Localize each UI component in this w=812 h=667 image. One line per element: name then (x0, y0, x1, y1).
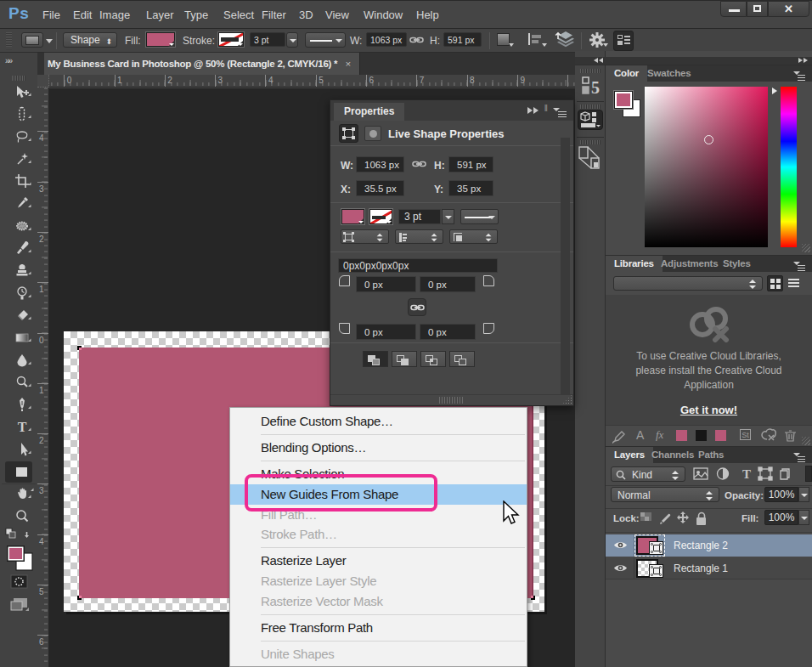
svg-text:T: T (742, 467, 751, 481)
svg-text:T: T (18, 420, 27, 434)
svg-text:5: 5 (591, 78, 600, 97)
